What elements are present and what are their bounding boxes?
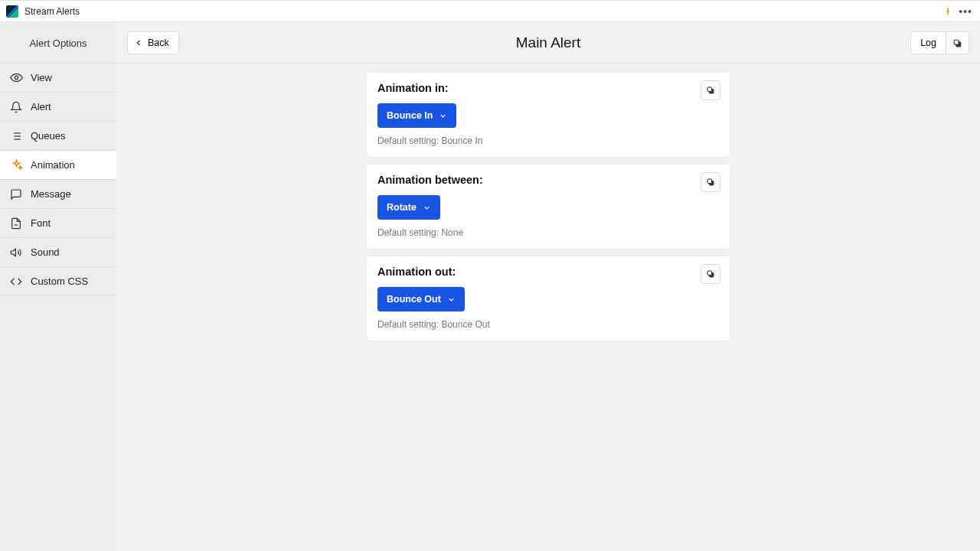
card-default-text: Default setting: None bbox=[377, 227, 719, 238]
content-area: Back Main Alert Log Animation in: Bounce… bbox=[116, 23, 980, 551]
back-button-label: Back bbox=[148, 37, 169, 48]
sparkle-icon bbox=[9, 158, 23, 172]
card-default-text: Default setting: Bounce In bbox=[377, 135, 719, 146]
app-icon bbox=[6, 5, 18, 18]
code-icon bbox=[9, 275, 23, 289]
card-title: Animation in: bbox=[377, 82, 719, 94]
card-copy-button[interactable] bbox=[701, 172, 720, 192]
sidebar-item-label: Message bbox=[31, 188, 71, 200]
svg-rect-16 bbox=[707, 271, 712, 276]
content-header: Back Main Alert Log bbox=[116, 23, 980, 64]
titlebar: Stream Alerts ••• bbox=[0, 1, 980, 22]
svg-marker-8 bbox=[11, 249, 15, 256]
more-icon[interactable]: ••• bbox=[957, 5, 974, 18]
card-title: Animation between: bbox=[377, 174, 719, 186]
speaker-icon bbox=[9, 246, 23, 259]
sidebar-item-font[interactable]: Font bbox=[0, 209, 116, 238]
card-animation-out: Animation out: Bounce Out Default settin… bbox=[367, 256, 730, 341]
sidebar-item-sound[interactable]: Sound bbox=[0, 238, 116, 267]
svg-rect-12 bbox=[707, 87, 712, 92]
sidebar-item-label: View bbox=[31, 72, 52, 83]
sidebar-item-label: Sound bbox=[31, 246, 60, 258]
dropdown-value: Bounce Out bbox=[387, 294, 441, 305]
animation-between-dropdown[interactable]: Rotate bbox=[377, 195, 440, 220]
sidebar: Alert Options View Alert Queues Animatio… bbox=[0, 23, 116, 551]
card-animation-in: Animation in: Bounce In Default setting:… bbox=[367, 73, 730, 157]
svg-rect-10 bbox=[954, 40, 959, 44]
content-body: Animation in: Bounce In Default setting:… bbox=[116, 64, 980, 341]
pin-icon[interactable] bbox=[943, 7, 952, 16]
header-copy-button[interactable] bbox=[946, 31, 969, 54]
copy-icon bbox=[706, 178, 715, 187]
sidebar-item-view[interactable]: View bbox=[0, 64, 116, 93]
sidebar-item-custom-css[interactable]: Custom CSS bbox=[0, 267, 116, 296]
sidebar-item-alert[interactable]: Alert bbox=[0, 93, 116, 122]
app-name: Stream Alerts bbox=[24, 6, 80, 17]
dropdown-value: Bounce In bbox=[387, 110, 433, 121]
copy-icon bbox=[706, 86, 715, 95]
page-title: Main Alert bbox=[116, 34, 980, 51]
animation-in-dropdown[interactable]: Bounce In bbox=[377, 103, 456, 128]
log-button[interactable]: Log bbox=[910, 31, 946, 54]
sidebar-title: Alert Options bbox=[0, 23, 116, 64]
file-icon bbox=[9, 217, 23, 230]
log-button-label: Log bbox=[920, 37, 936, 48]
card-copy-button[interactable] bbox=[701, 264, 720, 284]
sidebar-item-label: Animation bbox=[31, 159, 75, 171]
sidebar-item-queues[interactable]: Queues bbox=[0, 122, 116, 151]
chat-icon bbox=[9, 187, 23, 201]
bell-icon bbox=[9, 100, 23, 114]
sidebar-item-label: Queues bbox=[31, 130, 66, 142]
sidebar-item-message[interactable]: Message bbox=[0, 180, 116, 209]
card-copy-button[interactable] bbox=[701, 80, 720, 100]
eye-icon bbox=[9, 71, 23, 85]
animation-out-dropdown[interactable]: Bounce Out bbox=[377, 287, 465, 311]
chevron-down-icon bbox=[447, 295, 456, 304]
copy-icon bbox=[952, 38, 962, 48]
chevron-down-icon bbox=[439, 112, 447, 120]
card-animation-between: Animation between: Rotate Default settin… bbox=[367, 165, 730, 249]
card-default-text: Default setting: Bounce Out bbox=[377, 319, 719, 330]
list-icon bbox=[9, 129, 23, 143]
chevron-left-icon bbox=[134, 38, 143, 47]
dropdown-value: Rotate bbox=[387, 202, 416, 213]
chevron-down-icon bbox=[423, 204, 431, 212]
sidebar-item-label: Alert bbox=[31, 101, 51, 112]
copy-icon bbox=[706, 269, 715, 279]
sidebar-item-animation[interactable]: Animation bbox=[0, 151, 116, 180]
back-button[interactable]: Back bbox=[127, 31, 179, 54]
sidebar-item-label: Font bbox=[31, 217, 51, 229]
card-title: Animation out: bbox=[377, 266, 719, 278]
sidebar-item-label: Custom CSS bbox=[31, 276, 88, 287]
svg-point-0 bbox=[15, 76, 18, 79]
svg-rect-14 bbox=[707, 179, 712, 184]
